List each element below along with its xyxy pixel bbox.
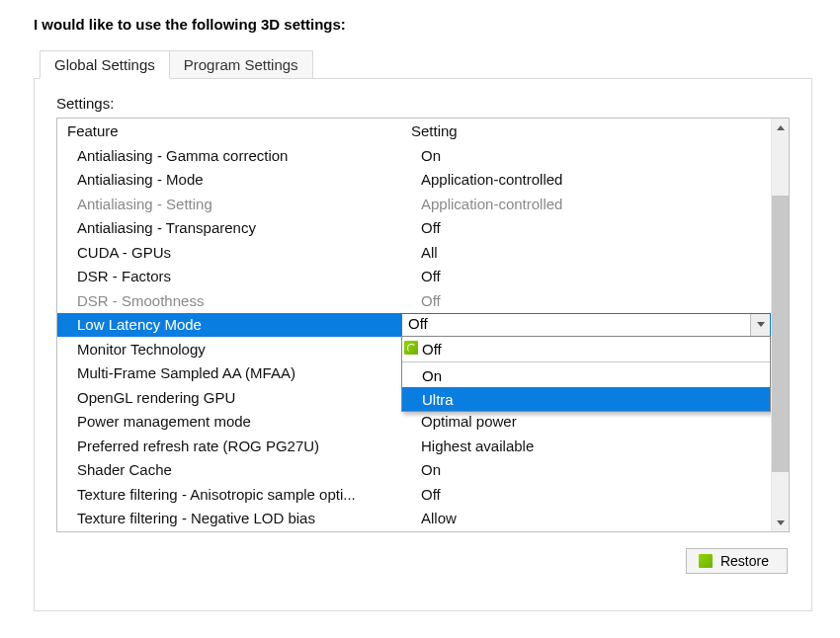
settings-panel: Settings: Feature Setting Antialiasing -… [34,78,812,611]
chevron-down-icon[interactable] [750,314,770,337]
settings-label: Settings: [56,95,790,112]
low-latency-dropdown-list: Off On Ultra [401,336,771,412]
setting-cell[interactable]: On [401,143,771,168]
nvidia-icon [404,341,418,355]
feature-cell: DSR - Factors [57,265,401,289]
settings-row[interactable]: Antialiasing - TransparencyOff [57,216,771,241]
settings-row[interactable]: DSR - FactorsOff [57,265,771,289]
feature-cell: Multi-Frame Sampled AA (MFAA) [57,361,401,386]
feature-cell: Antialiasing - Gamma correction [57,143,401,168]
scrollbar-thumb[interactable] [772,196,789,472]
tab-program-settings[interactable]: Program Settings [170,50,313,78]
dropdown-current-value: Off [402,314,750,337]
settings-row[interactable]: Antialiasing - SettingApplication-contro… [57,192,771,216]
dropdown-option-label: Off [422,341,442,358]
settings-row[interactable]: Antialiasing - Gamma correctionOn [57,143,771,168]
column-header-feature[interactable]: Feature [57,119,401,143]
setting-cell[interactable]: Highest available [401,434,771,458]
dropdown-option-on[interactable]: On [402,363,770,387]
setting-cell[interactable]: Application-controlled [401,168,771,193]
setting-cell[interactable]: All [401,240,771,265]
settings-row[interactable]: Power management modeOptimal power [57,410,771,435]
tab-global-settings[interactable]: Global Settings [40,50,170,79]
setting-cell[interactable]: Allow [401,507,771,531]
feature-cell: Texture filtering - Anisotropic sample o… [57,482,401,507]
setting-cell[interactable]: Off [401,482,771,507]
dropdown-option-off[interactable]: Off [402,337,770,360]
feature-cell: Antialiasing - Transparency [57,216,401,241]
column-header-setting[interactable]: Setting [401,119,771,143]
feature-cell: Texture filtering - Negative LOD bias [57,507,401,531]
setting-cell[interactable]: Off [401,288,771,313]
settings-row[interactable]: CUDA - GPUsAll [57,240,771,265]
settings-row[interactable]: DSR - SmoothnessOff [57,288,771,313]
restore-button[interactable]: Restore [686,548,788,574]
settings-row[interactable]: Texture filtering - Negative LOD biasAll… [57,507,771,531]
feature-cell: Low Latency Mode [57,313,401,338]
setting-cell[interactable]: Application-controlled [401,192,771,216]
scroll-up-icon[interactable] [772,119,789,136]
setting-cell[interactable]: On [401,458,771,483]
feature-cell: Power management mode [57,410,401,435]
settings-row[interactable]: Antialiasing - ModeApplication-controlle… [57,168,771,193]
dropdown-divider [402,361,770,362]
settings-row[interactable]: Shader CacheOn [57,458,771,483]
settings-row[interactable]: Texture filtering - Anisotropic sample o… [57,482,771,507]
settings-row[interactable]: Preferred refresh rate (ROG PG27U)Highes… [57,434,771,458]
scroll-down-icon[interactable] [772,514,789,531]
feature-cell: OpenGL rendering GPU [57,385,401,410]
dropdown-option-label: On [422,367,442,384]
tabs: Global Settings Program Settings [40,50,812,78]
dropdown-option-label: Ultra [422,391,454,408]
feature-cell: Shader Cache [57,458,401,483]
scrollbar[interactable] [771,119,789,531]
setting-cell[interactable]: Optimal power [401,410,771,435]
restore-button-label: Restore [720,553,769,569]
scrollbar-track[interactable] [772,136,789,514]
settings-list: Feature Setting Antialiasing - Gamma cor… [56,118,790,532]
page-heading: I would like to use the following 3D set… [34,16,812,33]
setting-dropdown[interactable]: Off [401,313,771,338]
feature-cell: CUDA - GPUs [57,240,401,265]
setting-cell[interactable]: Off [401,313,771,338]
feature-cell: Antialiasing - Setting [57,192,401,216]
feature-cell: Antialiasing - Mode [57,168,401,193]
feature-cell: DSR - Smoothness [57,288,401,313]
setting-cell[interactable]: Off [401,265,771,289]
feature-cell: Monitor Technology [57,337,401,361]
setting-cell[interactable]: Off [401,216,771,241]
feature-cell: Preferred refresh rate (ROG PG27U) [57,434,401,458]
nvidia-icon [699,554,713,568]
dropdown-option-ultra[interactable]: Ultra [402,387,770,411]
settings-row[interactable]: Low Latency ModeOff [57,313,771,338]
